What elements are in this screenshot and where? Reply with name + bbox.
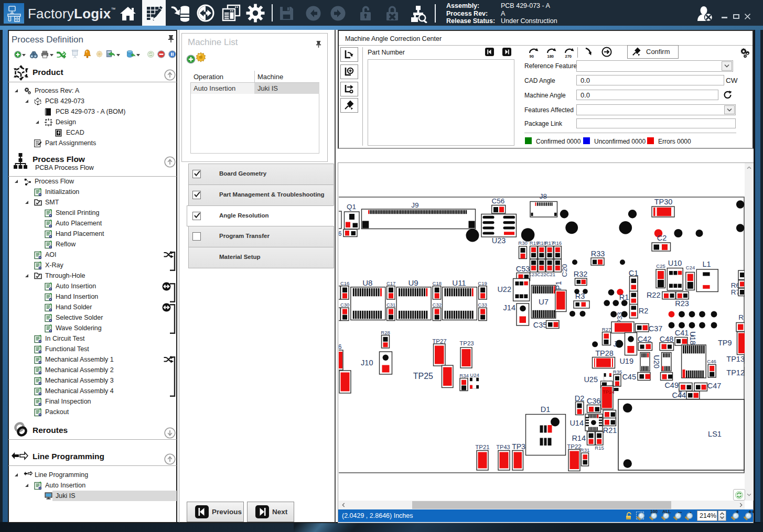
svg-text:C31: C31 <box>386 302 395 308</box>
svg-text:R: R <box>738 313 744 321</box>
svg-text:180: 180 <box>547 54 554 59</box>
svg-text:R33: R33 <box>591 249 605 258</box>
svg-text:R1: R1 <box>619 293 629 301</box>
svg-text:LS1: LS1 <box>708 430 722 438</box>
svg-text:U7: U7 <box>539 297 549 306</box>
svg-text:R16: R16 <box>553 240 562 246</box>
svg-text:C49: C49 <box>664 381 679 389</box>
svg-text:U11: U11 <box>452 278 466 287</box>
svg-text:TP22: TP22 <box>567 443 582 450</box>
svg-text:6: 6 <box>339 230 342 237</box>
svg-text:U23: U23 <box>492 236 506 245</box>
svg-text:R22: R22 <box>647 291 661 299</box>
svg-text:U9: U9 <box>409 278 418 287</box>
svg-text:U25: U25 <box>584 375 598 384</box>
svg-text:U24: U24 <box>470 372 479 378</box>
svg-text:C33: C33 <box>478 302 487 308</box>
svg-text:90: 90 <box>530 54 534 59</box>
svg-text:TP3: TP3 <box>512 442 525 451</box>
svg-text:TP9: TP9 <box>718 339 732 347</box>
svg-text:TP25: TP25 <box>413 372 433 381</box>
svg-text:C30: C30 <box>340 302 349 308</box>
svg-text:R30: R30 <box>518 240 527 246</box>
svg-text:R21: R21 <box>603 426 617 435</box>
svg-text:270: 270 <box>565 54 572 59</box>
svg-text:R27: R27 <box>602 327 611 332</box>
svg-text:R34: R34 <box>459 373 468 378</box>
svg-text:J9: J9 <box>411 201 418 209</box>
svg-text:U18: U18 <box>689 331 697 345</box>
svg-text:R32: R32 <box>574 270 588 278</box>
svg-text:C41: C41 <box>675 329 689 337</box>
svg-text:J: J <box>613 340 617 348</box>
svg-text:C36: C36 <box>587 397 601 405</box>
svg-text:C25: C25 <box>656 263 665 269</box>
svg-text:C47: C47 <box>707 382 722 390</box>
svg-text:U8: U8 <box>362 278 372 287</box>
svg-text:TP13: TP13 <box>726 355 745 363</box>
svg-text:C16: C16 <box>340 280 349 286</box>
svg-text:TP24: TP24 <box>603 389 615 395</box>
svg-text:D1: D1 <box>541 405 551 414</box>
svg-text:C37: C37 <box>649 324 663 333</box>
svg-text:C45: C45 <box>622 373 636 381</box>
svg-text:C35: C35 <box>533 321 547 329</box>
svg-text:C53: C53 <box>516 265 530 273</box>
svg-text:D2: D2 <box>575 394 585 403</box>
svg-text:L1: L1 <box>702 260 711 268</box>
svg-text:R23: R23 <box>675 299 689 308</box>
svg-text:R2: R2 <box>639 307 649 315</box>
svg-text:C24: C24 <box>686 265 695 270</box>
svg-text:C48: C48 <box>660 335 674 343</box>
svg-text:C2: C2 <box>657 234 667 242</box>
svg-text:C44: C44 <box>672 391 686 399</box>
svg-text:C20: C20 <box>561 264 568 277</box>
svg-text:TP28: TP28 <box>595 349 614 357</box>
svg-text:U19: U19 <box>619 357 633 365</box>
svg-text:R14: R14 <box>572 434 586 442</box>
svg-text:TP43: TP43 <box>496 444 510 450</box>
svg-text:R15: R15 <box>595 445 604 451</box>
svg-text:TP12: TP12 <box>726 368 745 377</box>
svg-text:C18: C18 <box>433 280 442 286</box>
svg-text:J8: J8 <box>540 192 547 200</box>
svg-text:C32: C32 <box>433 302 442 308</box>
svg-text:U14: U14 <box>569 419 584 427</box>
svg-text:C23C22C21: C23C22C21 <box>528 272 555 277</box>
svg-text:6: 6 <box>339 343 342 351</box>
svg-text:TP30: TP30 <box>654 198 673 206</box>
svg-text:R31: R31 <box>581 447 589 453</box>
svg-text:TP21: TP21 <box>475 444 490 450</box>
svg-text:Q1: Q1 <box>347 203 356 211</box>
svg-text:C56: C56 <box>492 197 505 205</box>
svg-text:U10: U10 <box>668 259 682 267</box>
svg-text:J10: J10 <box>361 359 373 367</box>
svg-text:C17: C17 <box>386 280 395 286</box>
svg-text:J14: J14 <box>503 303 515 312</box>
svg-text:U20: U20 <box>652 355 661 368</box>
svg-text:C42: C42 <box>638 335 652 343</box>
svg-text:C19: C19 <box>478 280 487 286</box>
svg-text:TP27: TP27 <box>432 338 447 344</box>
svg-text:R28: R28 <box>381 330 390 335</box>
svg-text:R35: R35 <box>613 369 622 375</box>
svg-text:U22: U22 <box>497 285 511 294</box>
svg-text:TP23: TP23 <box>459 340 474 346</box>
svg-text:C46: C46 <box>707 359 716 364</box>
